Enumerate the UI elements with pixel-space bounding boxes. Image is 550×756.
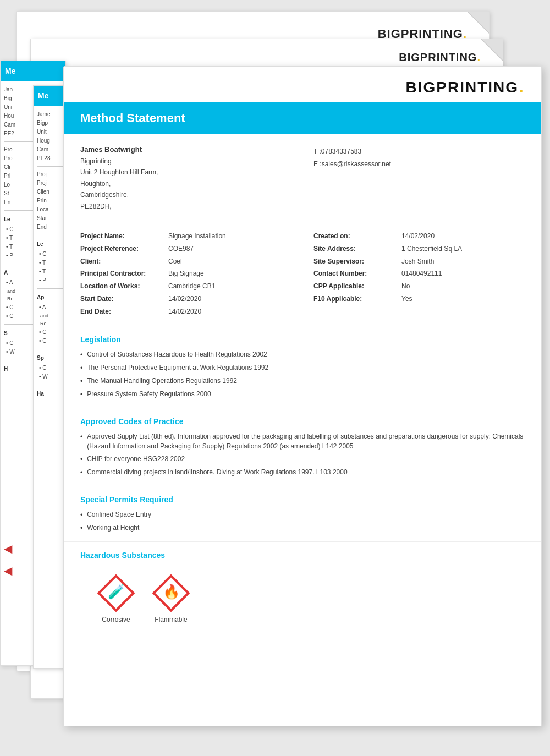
proj-row-location: Location of Works: Cambridge CB1 — [80, 280, 292, 293]
hazardous-section: Hazardous Substances 🧪 Corrosive — [64, 542, 541, 640]
special-permits-title: Special Permits Required — [80, 495, 525, 504]
leg-item-3: • The Manual Handling Operations Regulat… — [80, 376, 525, 386]
project-details: Project Name: Signage Installation Proje… — [64, 222, 541, 326]
legislation-section: Legislation • Control of Substances Haza… — [64, 326, 541, 408]
contact-address3: Cambridgeshire, — [80, 189, 292, 200]
proj-row-ref: Project Reference: COE987 — [80, 243, 292, 255]
project-col-right: Created on: 14/02/2020 Site Address: 1 C… — [314, 230, 525, 318]
proj-row-site-address: Site Address: 1 Chesterfield Sq LA — [314, 243, 525, 255]
contact-block: James Boatwright Bigprinting Unit 2 Houg… — [64, 134, 541, 222]
side-header-1: Me — [1, 61, 65, 81]
main-document: BIGPRINTING. Method Statement James Boat… — [63, 66, 542, 726]
corrosive-label: Corrosive — [102, 616, 130, 623]
acp-item-3: • Commercial diving projects in land/iIn… — [80, 467, 525, 478]
svg-text:🔥: 🔥 — [163, 583, 180, 600]
hazard-flammable: 🔥 Flammable — [152, 574, 190, 623]
side-arrow-2: ◀ — [4, 564, 12, 577]
hazard-corrosive: 🧪 Corrosive — [97, 574, 135, 623]
svg-text:🧪: 🧪 — [108, 583, 125, 600]
corrosive-icon: 🧪 — [97, 574, 135, 612]
leg-item-4: • Pressure System Safety Regulations 200… — [80, 389, 525, 399]
contact-company: Bigprinting — [80, 156, 292, 167]
proj-row-supervisor: Site Supervisor: Josh Smith — [314, 255, 525, 268]
contact-email: E :sales@riskassessor.net — [314, 158, 525, 171]
proj-row-end: End Date: 14/02/2020 — [80, 305, 292, 318]
document-header-bar: Method Statement — [64, 102, 541, 134]
proj-row-cpp: CPP Applicable: No — [314, 280, 525, 293]
contact-right: T :07834337583 E :sales@riskassessor.net — [314, 145, 525, 212]
contact-address4: PE282DH, — [80, 201, 292, 212]
proj-row-client: Client: Coel — [80, 255, 292, 268]
side-arrow-1: ◀ — [4, 542, 12, 555]
contact-left: James Boatwright Bigprinting Unit 2 Houg… — [80, 145, 292, 212]
acp-item-1: • Approved Supply List (8th ed). Informa… — [80, 431, 525, 451]
proj-row-contact: Contact Number: 01480492111 — [314, 267, 525, 280]
contact-address1: Unit 2 Houghton Hill Farm, — [80, 167, 292, 178]
proj-row-f10: F10 Applicable: Yes — [314, 293, 525, 305]
legislation-title: Legislation — [80, 335, 525, 344]
flammable-icon: 🔥 — [152, 574, 190, 612]
sp-item-2: • Working at Height — [80, 523, 525, 533]
acp-item-2: • CHIP for everyone HSG228 2002 — [80, 454, 525, 464]
contact-address2: Houghton, — [80, 178, 292, 189]
flammable-label: Flammable — [155, 616, 187, 623]
special-permits-section: Special Permits Required • Confined Spac… — [64, 486, 541, 542]
hazardous-title: Hazardous Substances — [80, 551, 525, 560]
proj-row-principal: Principal Contractor: Big Signage — [80, 267, 292, 280]
hazard-icons-container: 🧪 Corrosive 🔥 Flammable — [80, 565, 525, 634]
brand-logo-back2: BIGPRINTING. — [399, 51, 481, 64]
leg-item-2: • The Personal Protective Equipment at W… — [80, 363, 525, 373]
approved-codes-title: Approved Codes of Practice — [80, 417, 525, 426]
brand-logo-main: BIGPRINTING. — [406, 76, 525, 97]
proj-row-name: Project Name: Signage Installation — [80, 230, 292, 243]
project-col-left: Project Name: Signage Installation Proje… — [80, 230, 292, 318]
sp-item-1: • Confined Space Entry — [80, 510, 525, 520]
leg-item-1: • Control of Substances Hazardous to Hea… — [80, 349, 525, 360]
contact-phone: T :07834337583 — [314, 145, 525, 158]
approved-codes-section: Approved Codes of Practice • Approved Su… — [64, 408, 541, 486]
proj-row-start: Start Date: 14/02/2020 — [80, 293, 292, 305]
proj-row-created: Created on: 14/02/2020 — [314, 230, 525, 243]
contact-name: James Boatwright — [80, 145, 292, 154]
logo-area: BIGPRINTING. — [64, 67, 541, 102]
document-title: Method Statement — [80, 111, 525, 125]
